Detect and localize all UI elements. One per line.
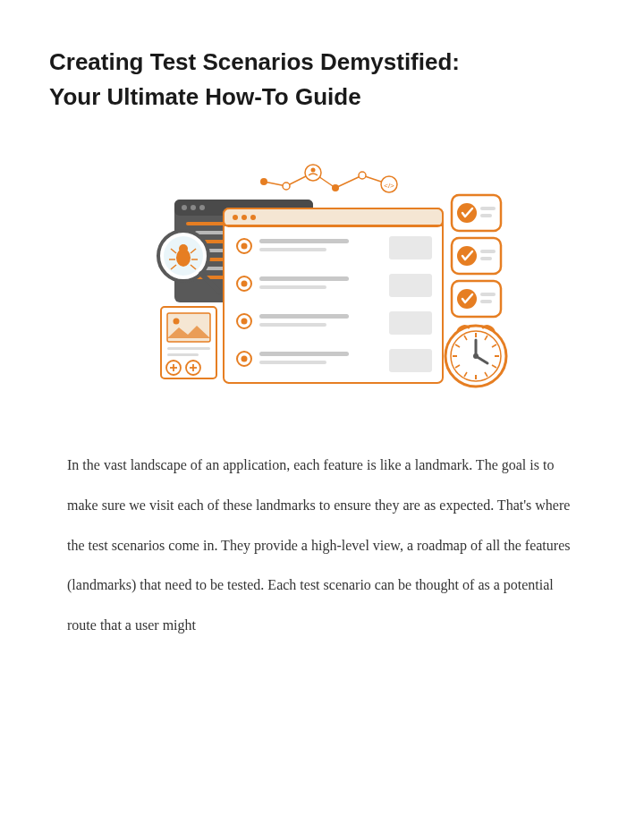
page-title: Creating Test Scenarios Demystified: You…	[49, 45, 595, 115]
svg-rect-61	[389, 349, 432, 372]
svg-point-5	[260, 178, 267, 185]
checkmark-card-1-icon	[452, 195, 501, 231]
svg-rect-75	[480, 207, 496, 210]
svg-point-43	[242, 243, 248, 250]
svg-rect-46	[389, 236, 432, 259]
svg-rect-37	[224, 208, 443, 226]
svg-point-29	[179, 244, 188, 253]
svg-point-64	[174, 319, 180, 325]
svg-point-9	[332, 184, 339, 191]
svg-point-58	[242, 356, 248, 362]
svg-rect-76	[480, 214, 492, 217]
svg-rect-59	[259, 352, 349, 356]
svg-point-16	[191, 205, 196, 210]
svg-rect-38	[224, 225, 443, 226]
body-paragraph: In the vast landscape of an application,…	[49, 446, 595, 646]
svg-point-48	[242, 281, 248, 287]
svg-point-7	[305, 165, 321, 181]
svg-rect-65	[167, 347, 210, 350]
title-line-2: Your Ultimate How-To Guide	[49, 83, 361, 110]
network-nodes-icon: </>	[260, 165, 397, 192]
svg-rect-83	[480, 293, 496, 296]
svg-point-17	[199, 205, 205, 210]
svg-rect-54	[259, 314, 349, 319]
svg-rect-50	[259, 285, 326, 289]
svg-point-10	[359, 172, 366, 179]
svg-point-53	[242, 319, 248, 325]
svg-point-40	[242, 215, 247, 220]
hero-illustration: </>	[49, 159, 595, 392]
svg-rect-60	[259, 361, 326, 364]
svg-rect-49	[259, 276, 349, 281]
svg-point-39	[233, 215, 238, 220]
svg-rect-80	[480, 257, 492, 260]
image-card-icon	[161, 307, 216, 378]
svg-rect-79	[480, 250, 496, 253]
svg-rect-55	[259, 323, 326, 327]
svg-rect-66	[167, 353, 199, 356]
svg-point-15	[182, 205, 187, 210]
title-line-1: Creating Test Scenarios Demystified:	[49, 48, 460, 75]
svg-rect-51	[389, 274, 432, 297]
checkmark-card-2-icon	[452, 238, 501, 274]
list-window-icon	[224, 208, 443, 383]
clock-icon	[445, 326, 506, 387]
svg-point-41	[250, 215, 256, 220]
checkmark-card-3-icon	[452, 281, 501, 317]
svg-rect-84	[480, 300, 492, 303]
svg-rect-44	[259, 239, 349, 243]
svg-rect-45	[259, 248, 326, 251]
svg-text:</>: </>	[384, 182, 394, 190]
svg-point-8	[311, 168, 316, 173]
svg-rect-56	[389, 311, 432, 335]
test-scenarios-illustration-svg: </>	[125, 159, 519, 392]
svg-line-3	[335, 175, 362, 188]
svg-point-6	[283, 183, 290, 190]
svg-point-101	[473, 353, 479, 359]
